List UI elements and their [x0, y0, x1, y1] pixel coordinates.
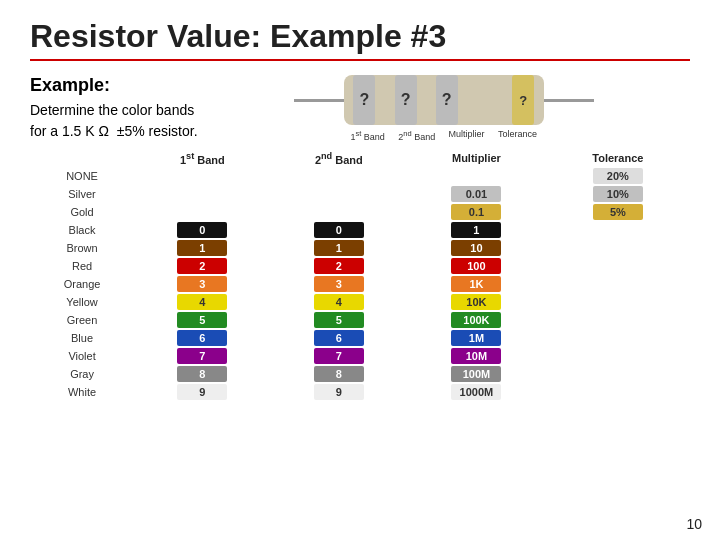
mult-cell: 100M	[407, 365, 546, 383]
title-underline	[30, 59, 690, 61]
band2-cell	[271, 185, 408, 203]
band1-cell: 1	[134, 239, 271, 257]
band-3: ?	[436, 75, 458, 125]
table-row: Black001	[30, 221, 690, 239]
tol-cell	[546, 329, 690, 347]
tol-cell	[546, 293, 690, 311]
mult-cell: 0.01	[407, 185, 546, 203]
resistor-diagram: ? ? ? ? 1st Band 2nd Band Multiplier Tol…	[198, 75, 690, 142]
table-row: White991000M	[30, 383, 690, 401]
example-label: Example:	[30, 75, 198, 96]
resistor-wrap: ? ? ? ?	[294, 75, 594, 125]
color-name: Red	[30, 257, 134, 275]
band2-cell: 0	[271, 221, 408, 239]
lead-right	[544, 99, 594, 102]
band1-cell: 7	[134, 347, 271, 365]
table-body: NONE20%Silver0.0110%Gold0.15%Black001Bro…	[30, 167, 690, 401]
table-row: Brown1110	[30, 239, 690, 257]
color-name: Yellow	[30, 293, 134, 311]
band2-cell: 4	[271, 293, 408, 311]
band2-cell: 3	[271, 275, 408, 293]
example-desc: Determine the color bandsfor a 1.5 K Ω ±…	[30, 100, 198, 142]
color-name: Violet	[30, 347, 134, 365]
band2-cell: 9	[271, 383, 408, 401]
mult-cell: 100	[407, 257, 546, 275]
band2-cell: 5	[271, 311, 408, 329]
mult-cell: 1000M	[407, 383, 546, 401]
color-name: Green	[30, 311, 134, 329]
example-text: Example: Determine the color bandsfor a …	[30, 75, 198, 142]
mult-cell: 1	[407, 221, 546, 239]
mult-cell: 10	[407, 239, 546, 257]
col-header-name	[30, 150, 134, 167]
tol-cell: 20%	[546, 167, 690, 185]
tol-cell	[546, 311, 690, 329]
band1-cell: 5	[134, 311, 271, 329]
color-name: NONE	[30, 167, 134, 185]
mult-cell: 1K	[407, 275, 546, 293]
band-label-1: 1st Band	[350, 129, 384, 142]
band2-cell	[271, 203, 408, 221]
band1-cell: 8	[134, 365, 271, 383]
table-row: Silver0.0110%	[30, 185, 690, 203]
band1-cell: 2	[134, 257, 271, 275]
page-number: 10	[686, 516, 702, 532]
band1-cell: 0	[134, 221, 271, 239]
band1-cell: 4	[134, 293, 271, 311]
table-header-row: 1st Band 2nd Band Multiplier Tolerance	[30, 150, 690, 167]
color-name: Brown	[30, 239, 134, 257]
band1-cell: 6	[134, 329, 271, 347]
band-labels: 1st Band 2nd Band Multiplier Tolerance	[344, 129, 544, 142]
color-name: White	[30, 383, 134, 401]
band1-cell	[134, 185, 271, 203]
top-section: Example: Determine the color bandsfor a …	[30, 75, 690, 142]
tol-cell	[546, 365, 690, 383]
color-name: Silver	[30, 185, 134, 203]
band-label-3: Multiplier	[449, 129, 485, 142]
band-1: ?	[353, 75, 375, 125]
color-table: 1st Band 2nd Band Multiplier Tolerance N…	[30, 150, 690, 401]
band2-cell: 8	[271, 365, 408, 383]
band2-cell: 1	[271, 239, 408, 257]
band1-cell: 9	[134, 383, 271, 401]
color-name: Blue	[30, 329, 134, 347]
page: Resistor Value: Example #3 Example: Dete…	[0, 0, 720, 540]
table-row: Green55100K	[30, 311, 690, 329]
color-name: Orange	[30, 275, 134, 293]
tol-cell	[546, 347, 690, 365]
table-row: Violet7710M	[30, 347, 690, 365]
col-header-tol: Tolerance	[546, 150, 690, 167]
band1-cell	[134, 203, 271, 221]
col-header-band2: 2nd Band	[271, 150, 408, 167]
table-row: NONE20%	[30, 167, 690, 185]
mult-cell: 0.1	[407, 203, 546, 221]
table-row: Orange331K	[30, 275, 690, 293]
band2-cell: 7	[271, 347, 408, 365]
color-name: Gray	[30, 365, 134, 383]
tol-cell	[546, 257, 690, 275]
band-label-2: 2nd Band	[398, 129, 435, 142]
band1-cell	[134, 167, 271, 185]
tol-cell	[546, 239, 690, 257]
table-row: Yellow4410K	[30, 293, 690, 311]
page-title: Resistor Value: Example #3	[30, 18, 690, 55]
tol-cell	[546, 383, 690, 401]
color-name: Black	[30, 221, 134, 239]
color-name: Gold	[30, 203, 134, 221]
band-4: ?	[512, 75, 534, 125]
mult-cell	[407, 167, 546, 185]
resistor-body: ? ? ? ?	[344, 75, 544, 125]
mult-cell: 10M	[407, 347, 546, 365]
band2-cell: 2	[271, 257, 408, 275]
table-row: Red22100	[30, 257, 690, 275]
table-row: Gold0.15%	[30, 203, 690, 221]
tol-cell: 10%	[546, 185, 690, 203]
col-header-mult: Multiplier	[407, 150, 546, 167]
band2-cell	[271, 167, 408, 185]
mult-cell: 100K	[407, 311, 546, 329]
table-row: Gray88100M	[30, 365, 690, 383]
band2-cell: 6	[271, 329, 408, 347]
band-2: ?	[395, 75, 417, 125]
mult-cell: 10K	[407, 293, 546, 311]
tol-cell: 5%	[546, 203, 690, 221]
